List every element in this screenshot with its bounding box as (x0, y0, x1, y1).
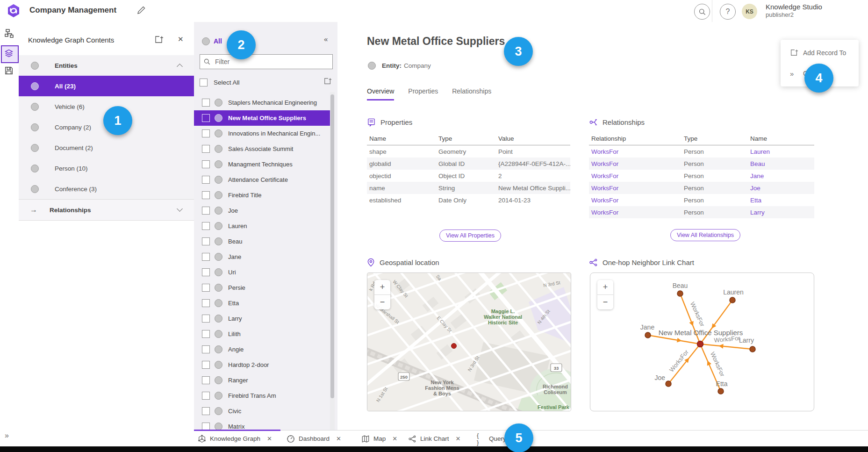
item-checkbox[interactable] (202, 407, 210, 415)
view-all-relationships-button[interactable]: View All Relationships (670, 229, 740, 241)
center-node[interactable] (697, 341, 703, 347)
item-checkbox[interactable] (202, 114, 210, 122)
map-zoom-in-button[interactable]: + (374, 280, 390, 295)
item-checkbox[interactable] (202, 376, 210, 384)
list-item[interactable]: Civic (194, 403, 330, 419)
item-checkbox[interactable] (202, 299, 210, 307)
list-item[interactable]: Lilith (194, 326, 330, 342)
data-model-icon[interactable] (4, 28, 15, 39)
entity-type-row[interactable]: Conference (3) (19, 179, 194, 199)
select-all-checkbox[interactable] (200, 79, 208, 86)
close-tab-icon[interactable]: ✕ (336, 435, 341, 442)
list-item[interactable]: New Metal Office Suppliers (194, 110, 330, 126)
list-item[interactable]: Beau (194, 234, 330, 249)
table-link[interactable]: WorksFor (591, 185, 618, 192)
item-checkbox[interactable] (202, 315, 210, 323)
list-item[interactable]: Joe (194, 203, 330, 218)
list-item[interactable]: Staplers Mechanical Engineering (194, 95, 330, 110)
layers-tool-selected[interactable] (1, 45, 19, 63)
user-avatar[interactable]: KS (742, 4, 757, 19)
graph-node[interactable] (677, 291, 683, 296)
entities-header-row[interactable]: Entities (19, 55, 194, 76)
item-checkbox[interactable] (202, 99, 210, 107)
table-link[interactable]: WorksFor (591, 197, 618, 204)
list-item[interactable]: Managment Techniques (194, 157, 330, 172)
graph-node[interactable] (730, 297, 735, 303)
list-item[interactable]: Jane (194, 249, 330, 265)
save-icon[interactable] (4, 65, 15, 77)
filter-input[interactable] (214, 57, 323, 66)
list-item[interactable]: Attendance Certificate (194, 172, 330, 187)
table-link[interactable]: WorksFor (591, 209, 618, 216)
map-zoom-out-button[interactable]: − (374, 295, 390, 309)
close-panel-icon[interactable]: ✕ (178, 35, 184, 43)
list-item[interactable]: Uri (194, 265, 330, 280)
expand-rail-icon[interactable]: » (5, 431, 9, 440)
item-checkbox[interactable] (202, 237, 210, 245)
table-link[interactable]: Lauren (750, 148, 770, 155)
link-chart-zoom-in-button[interactable]: + (597, 280, 613, 295)
bottom-tab-dashboard[interactable]: Dashboard✕ (287, 430, 341, 447)
item-checkbox[interactable] (202, 330, 210, 338)
table-link[interactable]: Larry (750, 209, 765, 216)
entity-type-row[interactable]: Document (2) (19, 137, 194, 158)
close-tab-icon[interactable]: ✕ (392, 435, 397, 442)
entity-type-row[interactable]: Person (10) (19, 158, 194, 179)
edit-title-icon[interactable] (136, 6, 147, 16)
item-checkbox[interactable] (202, 129, 210, 137)
item-checkbox[interactable] (202, 160, 210, 168)
chevron-down-icon[interactable] (177, 206, 183, 212)
relationships-header-row[interactable]: →Relationships (19, 199, 194, 221)
table-link[interactable]: Beau (750, 160, 765, 167)
item-checkbox[interactable] (202, 392, 210, 400)
item-checkbox[interactable] (202, 268, 210, 276)
list-item[interactable]: Hardtop 2-door (194, 357, 330, 373)
table-link[interactable]: Joe (750, 185, 760, 192)
list-item[interactable]: Sales Associate Summit (194, 141, 330, 157)
bottom-tab-link-chart[interactable]: Link Chart✕ (408, 430, 460, 447)
list-item[interactable]: Persie (194, 280, 330, 295)
list-item[interactable]: Firebird Title (194, 187, 330, 203)
link-chart-zoom-out-button[interactable]: − (597, 295, 613, 309)
chevron-up-icon[interactable] (177, 64, 183, 70)
search-button[interactable] (694, 4, 710, 20)
close-tab-icon[interactable]: ✕ (456, 435, 461, 442)
bottom-tab-knowledge-graph[interactable]: Knowledge Graph✕ (198, 430, 272, 447)
bottom-tab-map[interactable]: Map✕ (361, 430, 397, 447)
list-item[interactable]: Angie (194, 342, 330, 357)
item-checkbox[interactable] (202, 145, 210, 153)
item-checkbox[interactable] (202, 222, 210, 230)
list-item[interactable]: Ranger (194, 373, 330, 388)
menu-item-add-record-to[interactable]: Add Record To (781, 43, 859, 63)
item-checkbox[interactable] (202, 284, 210, 292)
add-record-icon[interactable] (323, 77, 332, 86)
list-scrollbar-thumb[interactable] (330, 94, 334, 398)
list-item[interactable]: Etta (194, 295, 330, 311)
list-item[interactable]: Innovations in Mechanical Engin... (194, 126, 330, 141)
entity-type-row[interactable]: All (23) (19, 76, 194, 96)
bottom-tab-query[interactable]: { }Query (477, 430, 506, 447)
close-tab-icon[interactable]: ✕ (267, 435, 272, 442)
list-item[interactable]: Larry (194, 311, 330, 326)
add-panel-icon[interactable] (154, 35, 164, 44)
one-hop-link-chart[interactable]: WorksForWorksForWorksForWorksForBeauLaur… (590, 273, 814, 411)
table-link[interactable]: WorksFor (591, 148, 618, 155)
item-checkbox[interactable] (202, 361, 210, 369)
tab-relationships[interactable]: Relationships (452, 87, 491, 100)
list-item[interactable]: Lauren (194, 218, 330, 234)
collapse-list-icon[interactable]: « (324, 35, 328, 43)
item-checkbox[interactable] (202, 191, 210, 199)
item-checkbox[interactable] (202, 345, 210, 353)
table-link[interactable]: Jane (750, 172, 764, 179)
graph-node[interactable] (718, 388, 724, 394)
graph-node[interactable] (666, 381, 671, 387)
user-info[interactable]: Knowledge Studio publisher2 (766, 3, 822, 19)
help-button[interactable]: ? (720, 4, 736, 20)
app-logo-icon[interactable] (7, 4, 21, 18)
item-checkbox[interactable] (202, 176, 210, 184)
tab-overview[interactable]: Overview (367, 87, 394, 100)
tab-properties[interactable]: Properties (408, 87, 438, 100)
list-item[interactable]: Firebird Trans Am (194, 388, 330, 403)
item-checkbox[interactable] (202, 207, 210, 215)
geospatial-map[interactable]: k RdW Clay StSaW Marshall StE Clay StN 3… (367, 273, 571, 411)
